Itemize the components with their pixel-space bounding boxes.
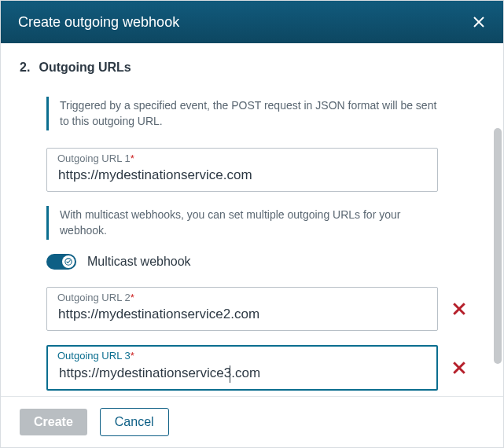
- outgoing-url-3-row: Outgoing URL 3*: [46, 345, 458, 391]
- outgoing-url-1-input[interactable]: [46, 148, 438, 192]
- create-button[interactable]: Create: [20, 409, 87, 435]
- cancel-button[interactable]: Cancel: [100, 408, 169, 436]
- step-title: Outgoing URLs: [39, 61, 131, 74]
- content-area: Triggered by a specified event, the POST…: [1, 81, 503, 396]
- step-number: 2.: [20, 61, 35, 75]
- info-note-multicast: With multicast webhooks, you can set mul…: [46, 206, 440, 240]
- close-icon[interactable]: [469, 12, 489, 32]
- info-note-trigger: Triggered by a specified event, the POST…: [46, 97, 440, 130]
- modal-body: Triggered by a specified event, the POST…: [1, 81, 503, 396]
- remove-icon[interactable]: [452, 359, 466, 376]
- remove-icon[interactable]: [452, 300, 466, 318]
- outgoing-url-2-input[interactable]: [46, 287, 438, 331]
- modal-title: Create outgoing webhook: [18, 14, 179, 31]
- scrollbar[interactable]: [494, 128, 502, 364]
- multicast-toggle[interactable]: [46, 254, 76, 270]
- multicast-toggle-row: Multicast webhook: [46, 254, 458, 270]
- multicast-label: Multicast webhook: [87, 255, 191, 269]
- toggle-knob: [62, 255, 75, 268]
- modal-header: Create outgoing webhook: [1, 1, 503, 43]
- step-header: 2. Outgoing URLs: [1, 43, 503, 81]
- outgoing-url-3-input[interactable]: [46, 345, 438, 391]
- text-caret: [230, 365, 230, 383]
- outgoing-url-2-row: Outgoing URL 2*: [46, 287, 458, 331]
- outgoing-url-2-field: Outgoing URL 2*: [46, 287, 438, 331]
- outgoing-url-3-field: Outgoing URL 3*: [46, 345, 438, 391]
- modal-dialog: Create outgoing webhook 2. Outgoing URLs…: [0, 0, 504, 448]
- outgoing-url-1-field: Outgoing URL 1*: [46, 148, 458, 192]
- modal-footer: Create Cancel: [1, 396, 503, 447]
